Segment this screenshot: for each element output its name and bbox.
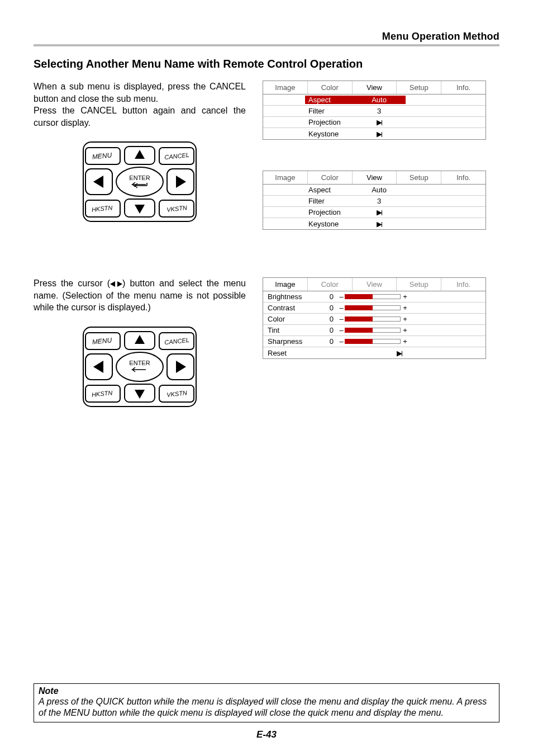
menu-row-keystone[interactable]: Keystone ▶ bbox=[263, 128, 486, 139]
page-number: E-43 bbox=[0, 729, 533, 740]
svg-marker-6 bbox=[110, 281, 115, 287]
minus-icon: – bbox=[338, 304, 345, 312]
slider-bar[interactable] bbox=[345, 294, 401, 299]
slider-label: Color bbox=[265, 315, 316, 323]
submenu-arrow-icon: ▶ bbox=[353, 118, 406, 126]
menu-row-filter[interactable]: Filter 3 bbox=[263, 106, 486, 117]
remote-control-figure-2: MENU CANCEL ENTER HKSTN bbox=[81, 325, 198, 409]
slider-row-brightness[interactable]: Brightness 0 – + bbox=[263, 291, 486, 303]
tab-setup[interactable]: Setup bbox=[397, 278, 441, 291]
note-box: Note A press of the QUICK button while t… bbox=[34, 683, 499, 722]
tab-view[interactable]: View bbox=[353, 171, 397, 184]
menu-panel-view-unselected: Image Color View Setup Info. Aspect Auto bbox=[263, 171, 486, 230]
slider-label: Tint bbox=[265, 326, 316, 334]
tab-info[interactable]: Info. bbox=[441, 278, 486, 291]
menu-row-filter[interactable]: Filter 3 bbox=[263, 196, 486, 207]
menu-row-label: Filter bbox=[305, 197, 353, 205]
tab-info[interactable]: Info. bbox=[441, 81, 486, 94]
slider-bar[interactable] bbox=[345, 339, 401, 344]
paragraph-1a: When a sub menu is displayed, press the … bbox=[34, 81, 246, 105]
left-right-arrow-icon bbox=[110, 278, 122, 288]
paragraph-2: Press the cursor () button and select th… bbox=[34, 277, 246, 314]
menu-row-label: Aspect bbox=[305, 186, 353, 194]
slider-row-sharpness[interactable]: Sharpness 0 – + bbox=[263, 336, 486, 347]
menu-row-label: Keystone bbox=[305, 220, 353, 228]
slider-value: 0 bbox=[316, 292, 338, 301]
menu-row-aspect[interactable]: Aspect Auto bbox=[263, 94, 486, 106]
slider-label: Sharpness bbox=[265, 337, 316, 346]
slider-value: 0 bbox=[316, 315, 338, 323]
tab-image[interactable]: Image bbox=[263, 81, 308, 94]
slider-row-contrast[interactable]: Contrast 0 – + bbox=[263, 303, 486, 314]
menu-row-value: 3 bbox=[353, 197, 406, 205]
menu-row-value: Auto bbox=[353, 96, 406, 104]
plus-icon: + bbox=[401, 292, 410, 301]
svg-text:ENTER: ENTER bbox=[129, 360, 150, 366]
menu-panel-view-selected: Image Color View Setup Info. Aspect Auto bbox=[263, 81, 486, 140]
menu-panel-image: Image Color View Setup Info. Brightness … bbox=[263, 277, 486, 359]
minus-icon: – bbox=[338, 292, 345, 301]
menu-row-value: Auto bbox=[353, 186, 406, 194]
slider-value: 0 bbox=[316, 337, 338, 346]
menu-row-value: 3 bbox=[353, 107, 406, 115]
svg-marker-7 bbox=[117, 281, 122, 287]
slider-row-color[interactable]: Color 0 – + bbox=[263, 314, 486, 325]
menu-tabs: Image Color View Setup Info. bbox=[263, 81, 486, 94]
remote-control-figure-1: MENU CANCEL ENTER bbox=[81, 140, 198, 224]
submenu-arrow-icon: ▶ bbox=[316, 349, 483, 357]
tab-color[interactable]: Color bbox=[308, 171, 353, 184]
main-heading: Selecting Another Menu Name with Remote … bbox=[34, 58, 499, 70]
tab-image[interactable]: Image bbox=[263, 278, 308, 291]
tab-setup[interactable]: Setup bbox=[397, 81, 441, 94]
plus-icon: + bbox=[401, 315, 410, 323]
slider-value: 0 bbox=[316, 326, 338, 334]
slider-bar[interactable] bbox=[345, 305, 401, 310]
tab-color[interactable]: Color bbox=[308, 81, 353, 94]
slider-label: Brightness bbox=[265, 292, 316, 301]
minus-icon: – bbox=[338, 315, 345, 323]
menu-row-label: Keystone bbox=[305, 130, 353, 138]
slider-bar[interactable] bbox=[345, 328, 401, 333]
slider-value: 0 bbox=[316, 304, 338, 312]
menu-row-label: Projection bbox=[305, 208, 353, 216]
note-body: A press of the QUICK button while the me… bbox=[39, 696, 494, 719]
menu-row-keystone[interactable]: Keystone ▶ bbox=[263, 218, 486, 229]
submenu-arrow-icon: ▶ bbox=[353, 220, 406, 228]
paragraph-1b: Press the CANCEL button again and cancel… bbox=[34, 105, 246, 129]
enter-button-label: ENTER bbox=[129, 174, 150, 181]
slider-label: Contrast bbox=[265, 304, 316, 312]
minus-icon: – bbox=[338, 337, 345, 346]
menu-row-reset[interactable]: Reset ▶ bbox=[263, 347, 486, 358]
plus-icon: + bbox=[401, 326, 410, 334]
submenu-arrow-icon: ▶ bbox=[353, 130, 406, 138]
menu-row-label: Reset bbox=[265, 349, 316, 357]
header-section: Menu Operation Method bbox=[34, 31, 499, 46]
menu-row-label: Filter bbox=[305, 107, 353, 115]
plus-icon: + bbox=[401, 304, 410, 312]
tab-info[interactable]: Info. bbox=[441, 171, 486, 184]
tab-image[interactable]: Image bbox=[263, 171, 308, 184]
note-title: Note bbox=[39, 686, 494, 696]
plus-icon: + bbox=[401, 337, 410, 346]
svg-point-3 bbox=[116, 167, 163, 196]
submenu-arrow-icon: ▶ bbox=[353, 208, 406, 216]
svg-point-15 bbox=[116, 352, 163, 381]
menu-row-label: Projection bbox=[305, 118, 353, 126]
menu-row-projection[interactable]: Projection ▶ bbox=[263, 117, 486, 128]
slider-bar[interactable] bbox=[345, 316, 401, 322]
menu-row-label: Aspect bbox=[305, 96, 353, 104]
menu-row-projection[interactable]: Projection ▶ bbox=[263, 207, 486, 218]
menu-row-aspect[interactable]: Aspect Auto bbox=[263, 185, 486, 196]
tab-view[interactable]: View bbox=[353, 81, 397, 94]
tab-view[interactable]: View bbox=[353, 278, 397, 291]
tab-color[interactable]: Color bbox=[308, 278, 353, 291]
minus-icon: – bbox=[338, 326, 345, 334]
slider-row-tint[interactable]: Tint 0 – + bbox=[263, 325, 486, 336]
tab-setup[interactable]: Setup bbox=[397, 171, 441, 184]
